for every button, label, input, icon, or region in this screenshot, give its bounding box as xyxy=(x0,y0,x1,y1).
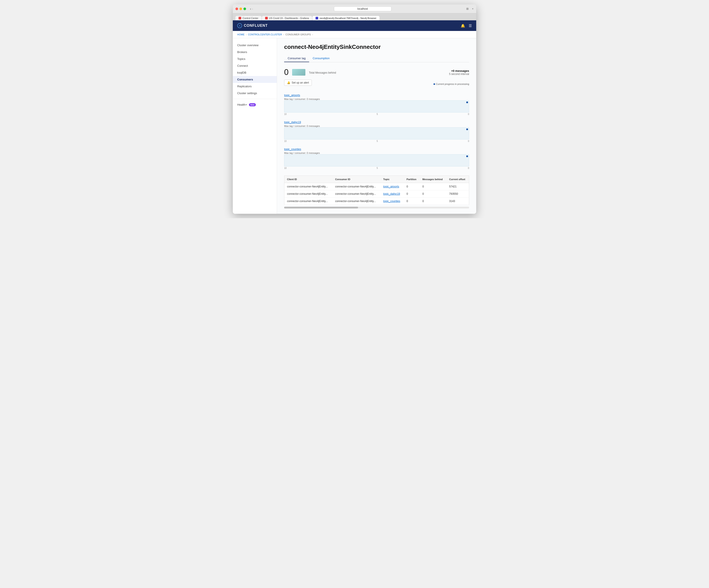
health-label: Health+ xyxy=(237,103,247,106)
tab-control-center[interactable]: Control Center xyxy=(235,16,262,20)
chart-counties-link[interactable]: topic_counties xyxy=(284,148,301,151)
main-layout: Cluster overview Brokers Topics Connect … xyxy=(233,38,476,214)
notification-icon[interactable]: 🔔 xyxy=(461,24,465,28)
back-button[interactable]: ‹ xyxy=(250,7,251,10)
tab-grafana-label: US Covid 19 - Dashboards - Grafana xyxy=(269,17,309,20)
col-partition: Partition xyxy=(404,176,420,183)
lag-right: +0 messages 5 second interval xyxy=(449,69,469,76)
sidebar-item-health[interactable]: Health+ New xyxy=(233,101,277,108)
cell-current-offset-3: 3143 xyxy=(447,198,469,205)
cell-client-id-3: connector-consumer-Neo4jEntity... xyxy=(284,198,333,205)
tab-grafana[interactable]: US Covid 19 - Dashboards - Grafana xyxy=(262,16,312,20)
breadcrumb: HOME › CONTROLCENTER.CLUSTER › CONSUMER … xyxy=(233,31,476,38)
scrollbar-thumb[interactable] xyxy=(284,207,358,208)
maximize-button[interactable] xyxy=(243,7,246,10)
cell-consumer-id-3: connector-consumer-Neo4jEntity... xyxy=(332,198,380,205)
topic-airports-link[interactable]: topic_airports xyxy=(383,185,399,188)
chart-airports: topic_airports Max lag / consumer: 0 mes… xyxy=(284,94,469,118)
set-up-alert-button[interactable]: 🔔 Set up an alert xyxy=(284,80,312,86)
sidebar-divider xyxy=(233,99,277,99)
breadcrumb-cluster[interactable]: CONTROLCENTER.CLUSTER xyxy=(248,33,282,36)
cell-client-id-2: connector-consumer-Neo4jEntity... xyxy=(284,190,333,198)
cell-messages-behind-1: 0 xyxy=(420,183,447,190)
lag-messages: +0 messages xyxy=(449,69,469,73)
brand-icon: + xyxy=(237,23,242,28)
axis-5b: 5 xyxy=(377,140,378,142)
topic-counties-link[interactable]: topic_counties xyxy=(383,200,400,203)
topic-dailyc19-link[interactable]: topic_dailyc19 xyxy=(383,192,400,195)
sidebar-item-replicators[interactable]: Replicators xyxy=(233,83,277,90)
cell-partition-1: 0 xyxy=(404,183,420,190)
axis-10b: 10 xyxy=(284,140,287,142)
close-button[interactable] xyxy=(235,7,238,10)
chart-counties-area xyxy=(284,154,469,166)
chart-dailyc19-lag: Max lag / consumer: 0 messages xyxy=(284,125,469,127)
breadcrumb-consumer-groups: CONSUMER GROUPS xyxy=(286,33,311,36)
forward-button[interactable]: › xyxy=(252,7,253,10)
lag-bar xyxy=(292,69,305,76)
chart-dailyc19-axis: 10 5 0 xyxy=(284,139,469,145)
cell-current-offset-2: 793550 xyxy=(447,190,469,198)
cell-partition-3: 0 xyxy=(404,198,420,205)
health-badge: New xyxy=(249,103,256,106)
url-bar-container: localhost xyxy=(261,6,465,11)
share-icon[interactable]: ⊞ xyxy=(466,7,469,10)
traffic-lights xyxy=(235,7,246,10)
sidebar-item-cluster-settings[interactable]: Cluster settings xyxy=(233,90,277,96)
cell-messages-behind-2: 0 xyxy=(420,190,447,198)
tab-consumption[interactable]: Consumption xyxy=(309,55,333,62)
chart-counties: topic_counties Max lag / consumer: 0 mes… xyxy=(284,148,469,172)
col-current-offset: Current offset xyxy=(447,176,469,183)
lag-number: 0 xyxy=(284,68,289,77)
sidebar-item-ksqldb[interactable]: ksqlDB xyxy=(233,69,277,76)
cell-consumer-id-1: connector-consumer-Neo4jEntity... xyxy=(332,183,380,190)
table-header-row: Client ID Consumer ID Topic Partition Me… xyxy=(284,176,469,183)
axis-10: 10 xyxy=(284,113,287,115)
chart-counties-axis: 10 5 0 xyxy=(284,166,469,172)
chart-airports-axis: 10 5 0 xyxy=(284,113,469,118)
lag-left: 0 Total Messages behind xyxy=(284,68,336,77)
chart-counties-lag: Max lag / consumer: 0 messages xyxy=(284,152,469,154)
chart-counties-dot xyxy=(466,156,468,157)
current-progress-label: Current progress in processing xyxy=(434,83,469,85)
minimize-button[interactable] xyxy=(239,7,242,10)
navbar-actions: 🔔 ☰ xyxy=(461,24,472,28)
tab-consumer-lag[interactable]: Consumer lag xyxy=(284,55,309,62)
brand: + CONFLUENT xyxy=(237,23,268,28)
tab-cc-label: Control Center xyxy=(242,17,259,20)
sidebar-item-topics[interactable]: Topics xyxy=(233,55,277,62)
cell-current-offset-1: 57421 xyxy=(447,183,469,190)
col-messages-behind: Messages behind xyxy=(420,176,447,183)
new-tab-icon[interactable]: + xyxy=(472,7,474,10)
tab-grafana-icon xyxy=(265,17,268,20)
chart-dailyc19: topic_dailyc19 Max lag / consumer: 0 mes… xyxy=(284,121,469,145)
col-client-id: Client ID xyxy=(284,176,333,183)
chart-airports-link[interactable]: topic_airports xyxy=(284,94,300,97)
table-row: connector-consumer-Neo4jEntity... connec… xyxy=(284,198,469,205)
chart-airports-area xyxy=(284,100,469,113)
sidebar-item-consumers[interactable]: Consumers xyxy=(233,76,277,83)
chart-dailyc19-link[interactable]: topic_dailyc19 xyxy=(284,121,301,124)
table-row: connector-consumer-Neo4jEntity... connec… xyxy=(284,183,469,190)
cell-consumer-id-2: connector-consumer-Neo4jEntity... xyxy=(332,190,380,198)
sidebar-item-brokers[interactable]: Brokers xyxy=(233,49,277,55)
cell-messages-behind-3: 0 xyxy=(420,198,447,205)
chart-airports-dot xyxy=(466,102,468,103)
cell-topic-2: topic_dailyc19 xyxy=(380,190,404,198)
chart-counties-header: topic_counties xyxy=(284,148,469,151)
cell-topic-3: topic_counties xyxy=(380,198,404,205)
breadcrumb-sep-2: › xyxy=(283,33,284,36)
progress-text: Current progress in processing xyxy=(436,83,469,85)
cell-partition-2: 0 xyxy=(404,190,420,198)
lag-interval: 5 second interval xyxy=(449,73,469,76)
breadcrumb-home[interactable]: HOME xyxy=(237,33,244,36)
cell-topic-1: topic_airports xyxy=(380,183,404,190)
menu-icon[interactable]: ☰ xyxy=(469,24,472,28)
url-input[interactable]: localhost xyxy=(334,6,391,11)
titlebar: ‹ › localhost ⊞ + xyxy=(233,4,476,13)
sidebar-item-connect[interactable]: Connect xyxy=(233,62,277,69)
tab-neo4j[interactable]: neo4j@neo4j://localhost:7687/neo4j - Neo… xyxy=(312,16,379,20)
sidebar-item-cluster-overview[interactable]: Cluster overview xyxy=(233,42,277,49)
horizontal-scrollbar[interactable] xyxy=(284,207,469,208)
lag-label-container: Total Messages behind xyxy=(309,70,336,74)
